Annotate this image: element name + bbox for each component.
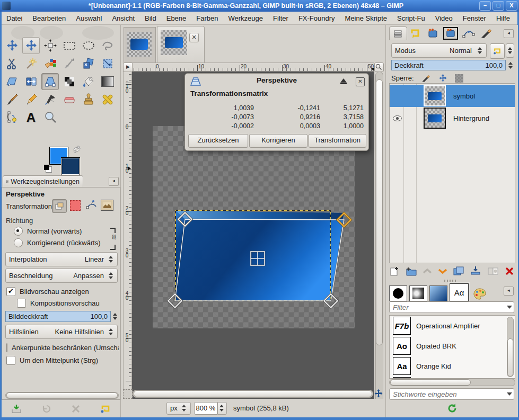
menu-auswahl[interactable]: Auswahl xyxy=(76,14,102,22)
lock-position-icon[interactable] xyxy=(438,74,447,83)
modus-reset-button[interactable] xyxy=(490,43,505,59)
channels-tab[interactable] xyxy=(426,28,439,39)
font-item-operational-amplifier[interactable]: F7b Operational Amplifier xyxy=(390,316,515,336)
menu-script-fu[interactable]: Script-Fu xyxy=(397,14,425,22)
modus-group-spinner[interactable] xyxy=(506,43,514,58)
default-colors-icon[interactable] xyxy=(44,165,49,170)
layer-row-hintergrund[interactable]: Hintergrund xyxy=(390,107,515,129)
background-color-swatch[interactable] xyxy=(61,157,80,175)
tool-gradient[interactable] xyxy=(99,73,116,90)
tool-options-tab[interactable]: Werkzeugeinstellungen xyxy=(3,175,83,187)
deckkraft-slider[interactable]: Deckkraft 100,0 xyxy=(391,60,506,70)
tool-rectangle-select[interactable] xyxy=(60,37,78,54)
tool-bucket-fill[interactable] xyxy=(80,73,97,90)
tool-move[interactable] xyxy=(3,37,21,54)
dock-splitter-handle[interactable] xyxy=(444,280,457,282)
layers-dock-collapse-button[interactable]: ◂ xyxy=(504,29,514,38)
tool-paths[interactable] xyxy=(3,109,21,126)
tool-ellipse-select[interactable] xyxy=(80,37,97,54)
tool-mypaint-brush[interactable] xyxy=(60,55,78,72)
transformation-button[interactable]: Transformation xyxy=(309,134,366,148)
transform-image-button[interactable] xyxy=(101,200,113,211)
refresh-fonts-button[interactable] xyxy=(447,403,458,414)
interpolation-spinner[interactable] xyxy=(107,253,114,266)
tool-free-select[interactable] xyxy=(99,37,116,54)
maximize-button[interactable]: □ xyxy=(492,1,504,11)
tool-airbrush[interactable] xyxy=(41,91,59,108)
menu-werkzeuge[interactable]: Werkzeuge xyxy=(228,14,263,22)
font-item-opiated-brk[interactable]: Ao Opiated BRK xyxy=(390,336,515,356)
pointer-dialog-tab[interactable] xyxy=(443,27,458,40)
minimize-button[interactable]: – xyxy=(479,1,491,11)
duplicate-layer-button[interactable] xyxy=(453,266,464,276)
tool-text[interactable]: A xyxy=(22,109,40,126)
tool-shear[interactable] xyxy=(3,73,21,90)
dialog-close-icon[interactable]: ✕ xyxy=(356,77,365,86)
font-filter-input[interactable] xyxy=(389,301,514,313)
font-item-orange-kid[interactable]: Aa Orange Kid xyxy=(390,356,515,376)
image-tab-2-active[interactable]: ✕ xyxy=(157,26,205,64)
navigation-icon[interactable] xyxy=(374,389,383,398)
filter-dropdown-arrow-icon[interactable] xyxy=(507,306,512,309)
merge-layer-button[interactable] xyxy=(470,266,482,276)
transform-path-button[interactable] xyxy=(86,199,98,211)
transform-layer-button[interactable] xyxy=(52,199,67,213)
tags-dropdown-arrow-icon[interactable] xyxy=(507,392,512,396)
tool-move-framed[interactable] xyxy=(22,37,40,54)
zoom-input[interactable]: 800 % xyxy=(194,402,217,415)
menu-ebene[interactable]: Ebene xyxy=(166,14,187,22)
menu-datei[interactable]: Datei xyxy=(6,14,22,22)
zuruecksetzen-button[interactable]: Zurücksetzen xyxy=(188,134,248,148)
swap-colors-icon[interactable] xyxy=(73,146,81,153)
lower-layer-button[interactable] xyxy=(438,267,447,275)
zoom-follow-window-button[interactable] xyxy=(374,62,384,72)
fonts-dock-collapse-button[interactable]: ◂ xyxy=(504,287,514,296)
unit-spinner[interactable] xyxy=(180,403,187,414)
tool-options-hscrollbar[interactable] xyxy=(5,392,119,399)
tool-zoom[interactable] xyxy=(41,109,59,126)
menu-farben[interactable]: Farben xyxy=(196,14,218,22)
deckkraft-spinner[interactable] xyxy=(507,60,514,70)
interpolation-dropdown[interactable]: Interpolation Linear xyxy=(5,252,118,266)
hilfslinien-dropdown[interactable]: Hilfslinien Keine Hilfslinien xyxy=(5,325,118,339)
delete-layer-button[interactable] xyxy=(505,266,514,276)
bilddeckkraft-slider[interactable]: Bilddeckkraft 100,0 xyxy=(5,311,111,322)
tool-n-point-deformation[interactable] xyxy=(60,73,78,90)
menu-bild[interactable]: Bild xyxy=(145,14,156,22)
hilfslinien-spinner[interactable] xyxy=(107,325,114,338)
menu-meine-skripte[interactable]: Meine Skripte xyxy=(345,14,387,22)
modus-spinner[interactable] xyxy=(476,44,483,57)
tool-options-collapse-button[interactable]: ◂ xyxy=(109,177,119,186)
lock-alpha-icon[interactable] xyxy=(455,74,463,83)
layers-dialog-tab-active[interactable] xyxy=(389,26,407,40)
patterns-dialog-tab[interactable] xyxy=(409,285,427,301)
mittelpunkt-checkbox[interactable]: Um den Mittelpunkt (Strg) xyxy=(6,356,98,365)
radio-normal[interactable]: Normal (vorwärts) xyxy=(14,227,82,236)
komposition-checkbox[interactable]: Kompositionsvorschau xyxy=(17,299,100,308)
undo-history-tab[interactable] xyxy=(409,28,421,39)
delete-tool-preset-button[interactable] xyxy=(71,404,81,414)
menu-ansicht[interactable]: Ansicht xyxy=(112,14,135,22)
save-tool-preset-button[interactable] xyxy=(11,404,22,414)
brushes-dialog-tab[interactable] xyxy=(389,285,407,301)
palettes-dialog-tab[interactable] xyxy=(471,287,489,301)
canvas-hscrollbar[interactable] xyxy=(133,390,373,398)
bildvorschau-checkbox-control[interactable]: ✔ xyxy=(6,287,15,296)
gradients-dialog-tab[interactable] xyxy=(429,285,447,301)
tool-eraser[interactable] xyxy=(60,91,78,108)
unit-dropdown[interactable]: px xyxy=(166,402,191,415)
brushes-tab[interactable] xyxy=(480,28,493,39)
tool-scissors-select[interactable] xyxy=(3,55,21,72)
menu-hilfe[interactable]: Hilfe xyxy=(496,14,510,22)
ankerpunkte-checkbox-control[interactable] xyxy=(6,343,7,352)
font-list-hscrollbar[interactable] xyxy=(389,379,515,386)
font-list-vscrollbar[interactable] xyxy=(507,317,514,377)
close-button[interactable]: X xyxy=(506,1,517,11)
new-layer-button[interactable] xyxy=(389,266,400,276)
quick-mask-toggle[interactable] xyxy=(123,389,133,399)
lock-pixels-icon[interactable] xyxy=(421,74,431,83)
tool-handle-transform[interactable] xyxy=(99,55,116,72)
menu-fenster[interactable]: Fenster xyxy=(463,14,486,22)
modus-dropdown[interactable]: Modus Normal xyxy=(391,43,487,58)
tool-clone[interactable] xyxy=(80,91,97,108)
